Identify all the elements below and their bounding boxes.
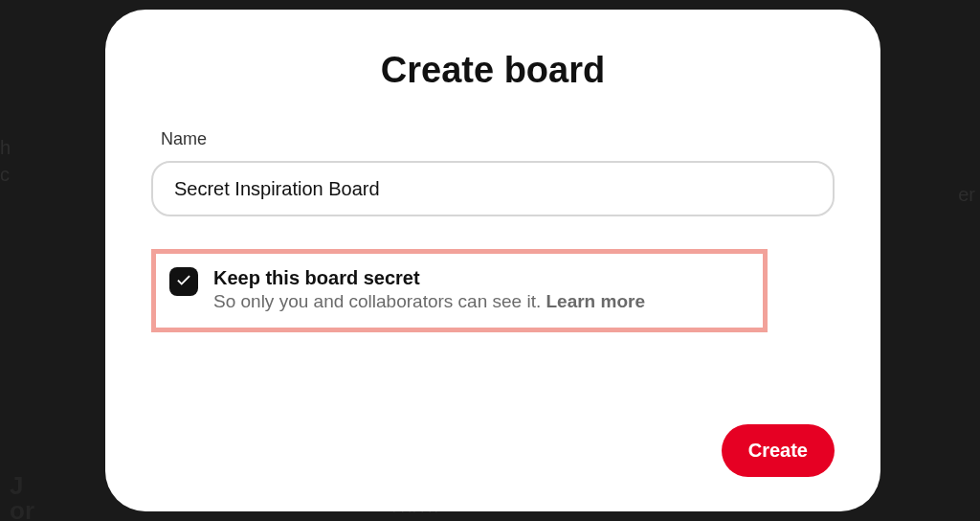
keep-secret-description: So only you and collaborators can see it… [213, 290, 749, 314]
keep-secret-desc-text: So only you and collaborators can see it… [213, 291, 546, 311]
keep-secret-section: Keep this board secret So only you and c… [151, 249, 768, 332]
create-board-modal: Create board Name Keep this board secret… [105, 10, 880, 511]
background-hint: hc [0, 134, 11, 188]
background-hint: Jor [10, 473, 34, 521]
background-hint: er [958, 184, 975, 206]
create-button[interactable]: Create [722, 424, 835, 477]
modal-title: Create board [151, 50, 835, 91]
check-icon [175, 271, 192, 292]
name-field-label: Name [151, 129, 835, 149]
keep-secret-title: Keep this board secret [213, 265, 749, 290]
keep-secret-checkbox[interactable] [169, 267, 198, 296]
keep-secret-text: Keep this board secret So only you and c… [213, 265, 749, 314]
board-name-input[interactable] [151, 161, 835, 216]
learn-more-link[interactable]: Learn more [546, 291, 644, 311]
